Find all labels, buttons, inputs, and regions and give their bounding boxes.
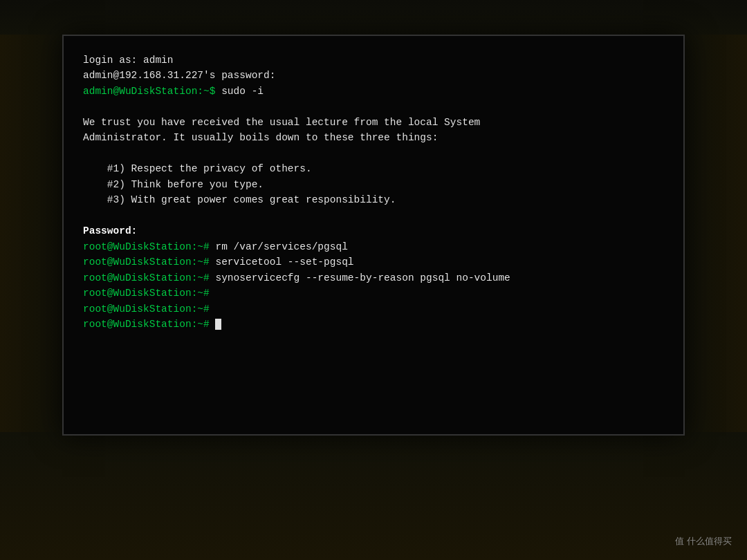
line-blank1 (83, 99, 664, 114)
watermark-text: 值 什么值得买 (675, 536, 732, 546)
line-rule3: #3) With great power comes great respons… (83, 192, 664, 207)
cmd-sudo: sudo -i (221, 86, 264, 97)
line-blank3 (83, 208, 664, 223)
watermark: 值 什么值得买 (675, 535, 732, 548)
photo-frame: login as: admin admin@192.168.31.227's p… (0, 0, 747, 560)
line-password-label: Password: (83, 223, 664, 239)
cmd-servicetool: servicetool --set-pgsql (215, 256, 353, 268)
terminal-window: login as: admin admin@192.168.31.227's p… (62, 35, 685, 436)
cmd-rm: rm /var/services/pgsql (215, 241, 347, 252)
line-lecture2: Administrator. It usually boils down to … (83, 130, 664, 145)
line-rule1: #1) Respect the privacy of others. (83, 161, 664, 176)
top-edge (0, 0, 747, 35)
cmd-syno: synoservicecfg --resume-by-reason pgsql … (215, 272, 510, 283)
line-lecture1: We trust you have received the usual lec… (83, 115, 664, 130)
line-servicetool: root@WuDiskStation:~# servicetool --set-… (83, 254, 664, 270)
terminal-cursor (215, 319, 221, 330)
line-password-prompt: admin@192.168.31.227's password: (83, 68, 664, 83)
line-blank2 (83, 146, 664, 161)
prompt-root-syno: root@WuDiskStation:~# (83, 272, 215, 283)
bottom-edge (0, 432, 747, 560)
line-rule2: #2) Think before you type. (83, 177, 664, 192)
line-empty2: root@WuDiskStation:~# (83, 301, 664, 317)
prompt-root-current: root@WuDiskStation:~# (83, 319, 215, 330)
line-sudo: admin@WuDiskStation:~$ sudo -i (83, 84, 664, 99)
line-login: login as: admin (83, 53, 664, 68)
prompt-root-service: root@WuDiskStation:~# (83, 256, 215, 268)
terminal-content[interactable]: login as: admin admin@192.168.31.227's p… (64, 36, 683, 434)
prompt-root-rm: root@WuDiskStation:~# (83, 241, 215, 252)
line-syno: root@WuDiskStation:~# synoservicecfg --r… (83, 270, 664, 286)
prompt-root-e2: root@WuDiskStation:~# (83, 304, 210, 315)
prompt-root-e1: root@WuDiskStation:~# (83, 288, 210, 299)
prompt-admin: admin@WuDiskStation:~$ (83, 86, 221, 97)
line-rm: root@WuDiskStation:~# rm /var/services/p… (83, 239, 664, 254)
line-empty1: root@WuDiskStation:~# (83, 286, 664, 301)
line-current: root@WuDiskStation:~# (83, 317, 664, 332)
